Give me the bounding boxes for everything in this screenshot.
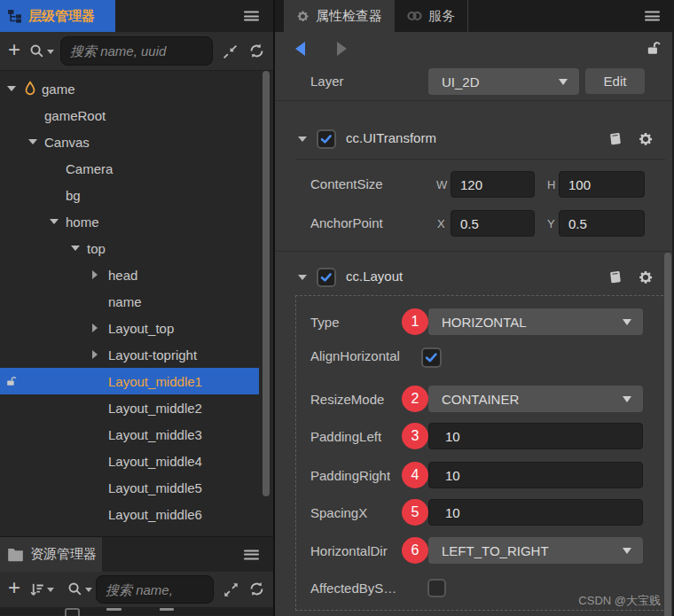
assets-search-input[interactable] [96,575,214,604]
collapse-arrow-icon[interactable] [50,219,59,224]
expand-arrow-icon[interactable] [92,324,98,332]
chevron-down-icon [623,396,631,402]
hierarchy-search-input[interactable] [60,36,213,66]
tab-inspector[interactable]: 属性检查器 [284,0,395,32]
unlock-icon[interactable] [5,375,18,387]
tab-hierarchy[interactable]: 层级管理器 [0,0,115,32]
tree-item-layout-middle6[interactable]: Layout_middle6 [0,501,259,527]
tree-item-home[interactable]: home [0,208,259,235]
gear-icon[interactable] [638,131,654,147]
collapse-arrow-icon[interactable] [298,136,307,142]
gear-icon[interactable] [638,269,654,285]
content-size-h-input[interactable] [559,171,645,198]
refresh-icon[interactable] [248,43,265,59]
expand-arrow-icon[interactable] [92,350,98,359]
hierarchy-menu-icon[interactable] [244,12,259,21]
create-asset-button[interactable]: + [4,573,24,604]
padding-right-input[interactable] [428,462,643,488]
create-node-button[interactable]: + [4,35,24,66]
tree-item-name[interactable]: name [0,288,259,315]
link-icon [407,10,422,22]
annotation-badge-6: 6 [402,537,428,564]
expand-all-icon[interactable] [223,581,239,598]
content-size-w-input[interactable] [451,171,535,198]
resize-mode-dropdown[interactable]: CONTAINER [428,386,643,412]
annotation-badge-2: 2 [402,386,428,412]
y-label: Y [547,217,555,230]
tree-item-bg[interactable]: bg [0,182,259,208]
chevron-down-icon [559,79,568,85]
tree-item-layout-topright[interactable]: Layout-topright [0,341,259,368]
type-label: Type [310,315,340,330]
padding-left-input[interactable] [428,423,643,449]
layer-dropdown[interactable]: UI_2D [428,68,579,95]
edit-layer-button[interactable]: Edit [585,68,645,94]
affected-by-scale-label: AffectedByS… [310,581,396,596]
anchor-point-label: AnchorPoint [310,215,383,230]
unlock-icon[interactable] [646,40,662,56]
tree-item-game[interactable]: game [0,75,259,102]
hierarchy-icon [7,9,22,24]
type-dropdown[interactable]: HORIZONTAL [428,308,643,335]
hierarchy-scrollbar[interactable] [263,71,270,496]
chevron-down-icon [47,50,54,54]
book-icon[interactable] [607,270,623,285]
layout-header[interactable]: cc.Layout [275,262,672,293]
partial-item [106,608,121,611]
collapse-arrow-icon[interactable] [71,246,80,251]
w-label: W [436,178,447,191]
tree-item-head[interactable]: head [0,261,259,288]
tree-item-camera[interactable]: Camera [0,155,259,182]
h-label: H [547,178,555,191]
tab-services[interactable]: 服务 [395,0,468,32]
section-divider [275,100,672,101]
assets-menu-icon[interactable] [244,550,259,559]
collapse-arrow-icon[interactable] [298,275,307,280]
search-filter-dropdown[interactable] [29,43,54,59]
spacing-x-label: SpacingX [310,505,367,520]
spacing-x-input[interactable] [428,499,643,526]
collapse-arrow-icon[interactable] [7,86,16,91]
tree-item-layout-middle3[interactable]: Layout_middle3 [0,421,259,448]
horizontal-direction-label: HorizontalDir [310,543,388,558]
anchor-point-y-input[interactable] [559,210,645,237]
content-size-label: ContentSize [310,176,383,191]
tree-item-layout-middle4[interactable]: Layout_middle4 [0,448,259,474]
tab-assets[interactable]: 资源管理器 [0,537,102,573]
sort-assets-dropdown[interactable] [29,581,54,597]
layout-title: cc.Layout [346,269,403,284]
layout-enabled-checkbox[interactable] [317,268,336,287]
tree-item-layout-top[interactable]: Layout_top [0,315,259,341]
collapse-all-icon[interactable] [222,43,239,60]
chevron-down-icon [623,548,631,554]
inspector-tab-label: 属性检查器 [316,8,382,25]
horizontal-direction-dropdown[interactable]: LEFT_TO_RIGHT [428,537,643,564]
divider [295,159,665,160]
padding-right-label: PaddingRight [310,468,390,483]
tree-item-layout-middle2[interactable]: Layout_middle2 [0,394,259,421]
assets-search-filter-dropdown[interactable] [67,581,92,597]
collapse-arrow-icon[interactable] [28,139,37,144]
uitransform-enabled-checkbox[interactable] [317,129,336,149]
expand-arrow-icon[interactable] [92,270,98,279]
affected-by-scale-checkbox[interactable] [427,579,446,597]
forward-arrow-icon[interactable] [337,42,347,56]
tree-item-canvas[interactable]: Canvas [0,129,259,155]
section-divider [275,251,672,252]
back-arrow-icon[interactable] [295,42,305,56]
tree-item-layout-middle1[interactable]: Layout_middle1 [0,368,259,394]
inspector-menu-icon[interactable] [645,12,660,21]
refresh-icon[interactable] [248,581,265,597]
tree-item-gameroot[interactable]: gameRoot [0,102,259,129]
folder-icon [7,547,24,562]
anchor-point-x-input[interactable] [451,210,535,237]
uitransform-header[interactable]: cc.UITransform [275,124,672,155]
tree-item-layout-middle5[interactable]: Layout_middle5 [0,474,259,501]
chevron-down-icon [623,319,631,325]
align-horizontal-checkbox[interactable] [421,347,442,368]
resize-mode-label: ResizeMode [310,392,384,407]
inspector-scrollbar[interactable] [664,253,671,616]
hierarchy-tab-label: 层级管理器 [28,8,95,25]
book-icon[interactable] [607,132,623,146]
tree-item-top[interactable]: top [0,235,259,261]
